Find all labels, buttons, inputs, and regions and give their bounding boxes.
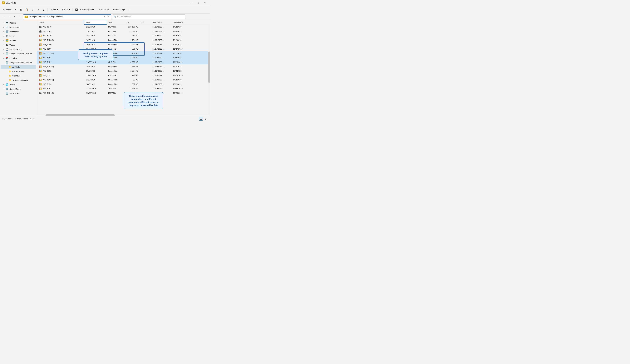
sidebar-expand-icon-12[interactable] bbox=[5, 75, 8, 77]
sidebar-expand-icon-6[interactable]: › bbox=[2, 48, 5, 51]
sidebar-item-16[interactable]: 🗑️Recycle Bin bbox=[0, 91, 36, 96]
sidebar-item-9[interactable]: 💽Seagate Portable Drive (D: bbox=[0, 60, 36, 65]
breadcrumb-drive[interactable]: Seagate Portable Drive (D:) bbox=[30, 15, 54, 18]
more-button[interactable]: ... bbox=[128, 8, 132, 12]
file-name-2: 🖼️IMG_5149 bbox=[38, 34, 85, 37]
vertical-scrollbar[interactable] bbox=[208, 25, 210, 114]
sidebar-expand-icon-10[interactable] bbox=[5, 66, 8, 68]
file-row-14[interactable]: 🖼️IMG_515311/28/2019JPG File3,414 KB11/1… bbox=[37, 86, 208, 91]
breadcrumb-current[interactable]: All Media bbox=[56, 15, 64, 18]
sort-button[interactable]: ⇅ Sort ▾ bbox=[49, 8, 60, 12]
search-input[interactable] bbox=[117, 15, 184, 18]
col-header-size[interactable]: Size bbox=[125, 20, 140, 24]
view-button[interactable]: ☰ View ▾ bbox=[60, 8, 71, 12]
sidebar-item-10[interactable]: 📁All Media bbox=[0, 65, 36, 69]
sidebar-icon-16: 🗑️ bbox=[6, 92, 8, 95]
copy-button[interactable]: ⎘ bbox=[19, 8, 23, 12]
sidebar-item-13[interactable]: 📁Test Media Quality bbox=[0, 78, 36, 82]
sidebar-item-14[interactable]: ›🌐Network bbox=[0, 82, 36, 87]
sidebar-item-4[interactable]: ›🖼️Pictures bbox=[0, 38, 36, 43]
sidebar-item-1[interactable]: ›📄Documents bbox=[0, 25, 36, 29]
file-row-1[interactable]: 🎬IMG_514911/6/2022MOV File29,696 KB11/12… bbox=[37, 29, 208, 33]
file-name-text-7: IMG_5151 bbox=[42, 57, 52, 59]
share-button[interactable]: ↗ bbox=[36, 8, 40, 12]
file-row-6[interactable]: 🖼️IMG_5151(1)1/12/2018Image File1,202 KB… bbox=[37, 51, 208, 56]
sidebar-expand-icon-8[interactable]: › bbox=[2, 57, 5, 59]
delete-icon: 🗑 bbox=[42, 8, 45, 11]
delete-button[interactable]: 🗑 bbox=[41, 8, 46, 12]
sidebar-expand-icon-7[interactable]: › bbox=[2, 53, 5, 55]
file-type-12: Image File bbox=[107, 79, 125, 81]
maximize-button[interactable]: □ bbox=[195, 0, 202, 5]
cut-button[interactable]: ✂ bbox=[13, 8, 18, 12]
col-header-type[interactable]: Type bbox=[107, 20, 125, 24]
sidebar-item-5[interactable]: ›🎬Videos bbox=[0, 43, 36, 47]
sidebar-item-8[interactable]: ›📚Libraries bbox=[0, 56, 36, 60]
sidebar-expand-icon-9[interactable] bbox=[2, 61, 5, 64]
sidebar-expand-icon-3[interactable]: › bbox=[2, 35, 5, 37]
sidebar-item-6[interactable]: ›💾Local Disk (C:) bbox=[0, 47, 36, 51]
rotate-right-button[interactable]: ↻ Rotate right bbox=[111, 8, 127, 12]
list-view-button[interactable]: ☰ bbox=[199, 117, 203, 121]
sidebar-item-0[interactable]: ›🖥️Desktop bbox=[0, 21, 36, 25]
close-button[interactable]: ✕ bbox=[202, 0, 208, 5]
sidebar-item-12[interactable]: 📁Shortcuts bbox=[0, 74, 36, 78]
file-row-3[interactable]: 🖼️IMG_5150(1)1/12/2018Image File1,184 KB… bbox=[37, 38, 208, 42]
sidebar-expand-icon-15[interactable]: › bbox=[2, 88, 5, 90]
paste-button[interactable]: 📋 bbox=[24, 8, 30, 12]
new-button[interactable]: ⊕ New ▾ bbox=[2, 8, 13, 12]
rotate-left-button[interactable]: ↺ Rotate left bbox=[96, 8, 111, 12]
grid-view-button[interactable]: ⊞ bbox=[204, 117, 208, 121]
sidebar-item-7[interactable]: ›💽Seagate Portable Drive (D bbox=[0, 52, 36, 56]
h-scroll-thumb[interactable] bbox=[46, 114, 115, 116]
file-row-0[interactable]: 🎬IMG_51481/12/2018MOV File113,190 KB11/1… bbox=[37, 25, 208, 29]
sidebar-icon-0: 🖥️ bbox=[6, 21, 8, 24]
file-row-2[interactable]: 🖼️IMG_51491/12/2018PNG File349 KB11/13/2… bbox=[37, 33, 208, 38]
sidebar-expand-icon-4[interactable]: › bbox=[2, 39, 5, 42]
forward-button[interactable]: → bbox=[7, 14, 12, 19]
sidebar-item-11[interactable]: 📁Recent Media bbox=[0, 69, 36, 73]
minimize-button[interactable]: — bbox=[188, 0, 195, 5]
col-header-date[interactable]: Date ↑ bbox=[85, 20, 107, 24]
sidebar-expand-icon-14[interactable]: › bbox=[2, 83, 5, 86]
back-button[interactable]: ← bbox=[2, 14, 6, 19]
up-button[interactable]: ↑ bbox=[18, 14, 22, 19]
set-background-button[interactable]: 🖼 Set as background bbox=[74, 8, 96, 12]
sidebar-expand-icon-2[interactable]: › bbox=[2, 30, 5, 33]
sidebar-item-3[interactable]: ›🎵Music bbox=[0, 34, 36, 38]
file-row-4[interactable]: 🖼️IMG_515010/2/2022Image File2,040 KB11/… bbox=[37, 42, 208, 47]
file-created-7: 11/12/2022 ... bbox=[151, 57, 172, 59]
file-row-11[interactable]: 🖼️IMG_515211/28/2019PNG File226 KB11/17/… bbox=[37, 73, 208, 78]
recent-button[interactable]: ▾ bbox=[12, 14, 17, 19]
selected-status: 3 items selected 13.3 MB bbox=[16, 118, 35, 120]
file-row-15[interactable]: 🎬IMG_5154(1)11/28/2019MOV File15,406 KB1… bbox=[37, 91, 208, 95]
col-header-created[interactable]: Date created bbox=[151, 20, 172, 24]
sidebar-expand-icon-0[interactable]: › bbox=[2, 22, 5, 24]
sidebar-item-2[interactable]: ›⬇️Downloads bbox=[0, 29, 36, 34]
address-close-button[interactable]: ✕ bbox=[107, 15, 110, 18]
col-header-tags[interactable]: Tags bbox=[140, 20, 151, 24]
file-name-text-0: IMG_5148 bbox=[42, 26, 52, 28]
sidebar-expand-icon-13[interactable] bbox=[5, 79, 8, 81]
file-row-5[interactable]: 🖼️IMG_515011/27/2019PNG File780 KB11/17/… bbox=[37, 47, 208, 51]
file-row-9[interactable]: 🖼️IMG_5152(1)1/12/2018Image File1,535 KB… bbox=[37, 64, 208, 69]
scroll-thumb[interactable] bbox=[208, 51, 210, 83]
file-row-13[interactable]: 🖼️IMG_515310/2/2022Image File967 KB11/12… bbox=[37, 82, 208, 86]
file-row-8[interactable]: 🖼️IMG_515111/28/2019JPG File10,659 KB11/… bbox=[37, 60, 208, 64]
col-header-name[interactable]: Name bbox=[38, 20, 85, 24]
sidebar-expand-icon-1[interactable]: › bbox=[2, 26, 5, 28]
sidebar-expand-icon-11[interactable] bbox=[5, 70, 8, 73]
search-bar[interactable]: 🔍 bbox=[112, 14, 186, 19]
sidebar-expand-icon-5[interactable]: › bbox=[2, 44, 5, 46]
sidebar-item-15[interactable]: ›⚙️Control Panel bbox=[0, 87, 36, 91]
file-icon-2: 🖼️ bbox=[39, 34, 42, 37]
rename-button[interactable]: ⊟ bbox=[30, 8, 35, 12]
sidebar-expand-icon-16[interactable] bbox=[2, 92, 5, 95]
file-row-12[interactable]: 🖼️IMG_5153(1)1/12/2018Image File27 KB11/… bbox=[37, 78, 208, 82]
horizontal-scrollbar[interactable] bbox=[37, 114, 210, 116]
sort-dropdown-icon: ▾ bbox=[57, 9, 58, 10]
col-header-modified[interactable]: Date modified bbox=[172, 20, 192, 24]
address-dropdown-button[interactable]: ∨ bbox=[104, 15, 106, 18]
file-row-10[interactable]: 🖼️IMG_515210/2/2022Image File1,084 KB11/… bbox=[37, 69, 208, 73]
file-row-7[interactable]: 🖼️IMG_515110/2/2022Image File1,816 KB11/… bbox=[37, 56, 208, 60]
